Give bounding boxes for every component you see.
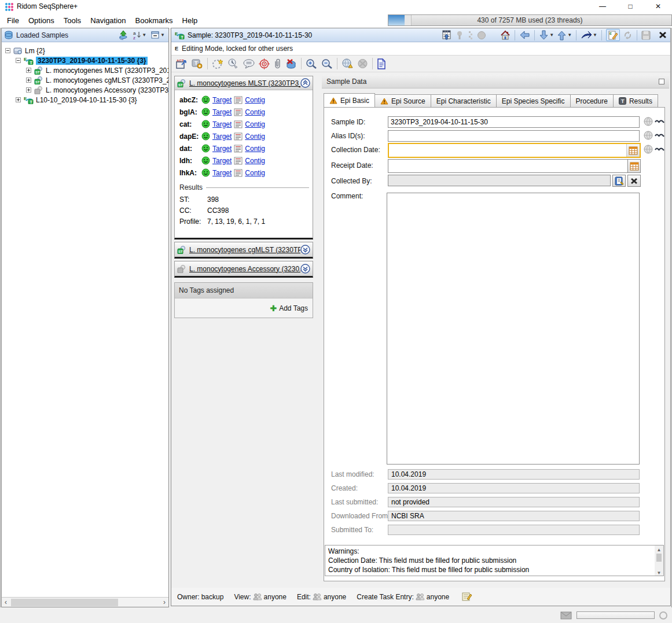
task-settings-icon[interactable]: T (192, 58, 203, 69)
cgmlst-panel-title[interactable]: L. monocytogenes cgMLST (3230TP3... (189, 246, 300, 254)
contig-link[interactable]: Contig (245, 120, 265, 128)
good-result-smiley-icon (201, 168, 210, 177)
sample-id-input[interactable] (388, 116, 640, 128)
contig-link[interactable]: Contig (245, 145, 265, 153)
target-link[interactable]: Target (212, 132, 232, 141)
accessory-panel-title[interactable]: L. monocytogenes Accessory (3230... (189, 265, 300, 273)
tab-procedure[interactable]: Procedure (571, 94, 614, 108)
menu-navigation[interactable]: Navigation (86, 14, 130, 27)
menu-bookmarks[interactable]: Bookmarks (131, 14, 178, 27)
delete-from-database-icon[interactable] (285, 58, 297, 69)
reprocess-icon[interactable] (212, 58, 223, 69)
expand-expander-icon[interactable] (26, 68, 31, 73)
accessory-panel-header[interactable]: L. monocytogenes Accessory (3230... (175, 261, 313, 276)
expand-panel-chevron-icon[interactable] (300, 245, 310, 255)
export-assembly-icon[interactable]: AGT (176, 58, 188, 69)
messages-envelope-icon[interactable] (560, 611, 572, 620)
expand-expander-icon[interactable] (26, 87, 31, 93)
submit-upload-icon[interactable] (341, 58, 353, 69)
collapse-panel-chevron-icon[interactable] (300, 78, 310, 88)
sort-az-icon[interactable]: az ▼ (133, 31, 146, 40)
expand-panel-chevron-icon[interactable] (300, 264, 310, 274)
comparison-table-icon[interactable] (442, 30, 452, 40)
home-icon[interactable] (500, 30, 511, 40)
expand-expander-icon[interactable] (26, 78, 31, 83)
horizontal-scrollbar[interactable] (2, 597, 168, 607)
clear-field-button[interactable] (627, 175, 641, 187)
menu-help[interactable]: Help (178, 14, 203, 27)
zoom-in-icon[interactable] (306, 58, 317, 69)
minimize-button[interactable]: — (589, 0, 616, 13)
target-link[interactable]: Target (212, 169, 232, 177)
tree-node-sample2[interactable]: ET L10-10_2019-04-10-11-15-30 {3} (2, 95, 168, 105)
menu-tools[interactable]: Tools (59, 14, 86, 27)
close-button[interactable]: ✕ (644, 0, 672, 13)
cgmlst-panel-header[interactable]: ST L. monocytogenes cgMLST (3230TP3... (175, 242, 313, 257)
contig-link[interactable]: Contig (245, 169, 265, 177)
maximize-button[interactable]: □ (616, 0, 644, 13)
collapse-expander-icon[interactable] (16, 58, 21, 63)
add-tags-button[interactable]: ✚ Add Tags (270, 304, 308, 313)
tree-node-sample-selected[interactable]: ET 3230TP3_2019-04-10-11-15-30 {3} (2, 56, 168, 65)
goto-caret[interactable]: ▼ (593, 32, 597, 38)
contig-link[interactable]: Contig (245, 157, 265, 165)
collapse-expander-icon[interactable] (5, 48, 10, 53)
scroll-left-arrow-icon[interactable] (2, 598, 10, 606)
tab-epi-characteristic[interactable]: Epi Characteristic (431, 94, 497, 108)
import-samples-icon[interactable] (119, 31, 128, 40)
down-arrow-icon[interactable]: ▼ (539, 30, 554, 40)
close-window-icon[interactable] (659, 31, 667, 39)
contig-link[interactable]: Contig (245, 96, 265, 104)
tab-epi-species-specific[interactable]: Epi Species Specific (497, 94, 571, 108)
attachment-icon[interactable] (274, 58, 281, 69)
alias-id-input[interactable] (388, 130, 640, 142)
collapse-view-icon[interactable]: ▼ (151, 31, 165, 39)
menu-options[interactable]: Options (24, 14, 59, 27)
goto-icon[interactable]: ▼ (581, 31, 597, 40)
scrollbar-thumb[interactable] (656, 554, 662, 562)
report-icon[interactable] (377, 58, 386, 69)
calendar-button[interactable] (626, 144, 640, 157)
tree-node-accessory[interactable]: L. monocytogenes Accessory (3230TP3_20 (2, 85, 168, 95)
menu-file[interactable]: File (2, 14, 24, 27)
contig-link[interactable]: Contig (245, 108, 265, 116)
contig-link[interactable]: Contig (245, 132, 265, 141)
target-link[interactable]: Target (212, 108, 232, 116)
down-arrow-caret[interactable]: ▼ (549, 32, 554, 38)
warnings-scrollbar[interactable]: ▲ ▼ (655, 545, 663, 576)
edit-mode-icon-active[interactable]: E (606, 29, 620, 41)
tab-epi-basic[interactable]: Epi Basic (324, 93, 375, 108)
edit-permissions-icon[interactable] (462, 592, 472, 602)
maximize-panel-icon[interactable] (659, 79, 664, 84)
receipt-date-input[interactable] (388, 159, 627, 173)
up-arrow-caret[interactable]: ▼ (567, 32, 572, 38)
tree-node-project[interactable]: Lm {2} (2, 46, 168, 56)
collapse-dropdown-caret[interactable]: ▼ (160, 32, 165, 38)
sort-dropdown-caret[interactable]: ▼ (142, 32, 146, 38)
calendar-button[interactable] (627, 159, 641, 173)
scrollbar-thumb[interactable] (11, 599, 118, 606)
tree-node-mlst[interactable]: ST L. monocytogenes MLST (3230TP3_2019-0… (2, 65, 168, 75)
target-link[interactable]: Target (212, 120, 232, 128)
collection-date-input[interactable] (389, 144, 626, 157)
scroll-right-arrow-icon[interactable] (160, 598, 168, 606)
scroll-down-arrow-icon[interactable]: ▼ (657, 569, 662, 576)
mlst-panel-title[interactable]: L. monocytogenes MLST (3230TP3_2... (189, 79, 300, 87)
mlst-panel-header[interactable]: ST L. monocytogenes MLST (3230TP3_2... (175, 76, 313, 90)
history-icon[interactable] (227, 58, 239, 69)
comment-icon[interactable] (243, 59, 255, 69)
target-link[interactable]: Target (212, 96, 232, 104)
target-link[interactable]: Target (212, 145, 232, 153)
tab-epi-source[interactable]: Epi Source (375, 94, 431, 108)
address-book-button[interactable] (612, 175, 626, 187)
comment-textarea[interactable] (387, 193, 640, 465)
back-arrow-icon[interactable] (519, 30, 530, 40)
zoom-out-icon[interactable] (321, 58, 333, 69)
target-icon[interactable] (259, 58, 270, 69)
scroll-up-arrow-icon[interactable]: ▲ (657, 545, 662, 552)
expand-expander-icon[interactable] (16, 97, 21, 102)
up-arrow-icon[interactable]: ▼ (557, 30, 572, 40)
tree-node-cgmlst[interactable]: ST L. monocytogenes cgMLST (3230TP3_2019… (2, 75, 168, 85)
tab-results[interactable]: T Results (614, 94, 658, 108)
target-link[interactable]: Target (212, 157, 232, 165)
